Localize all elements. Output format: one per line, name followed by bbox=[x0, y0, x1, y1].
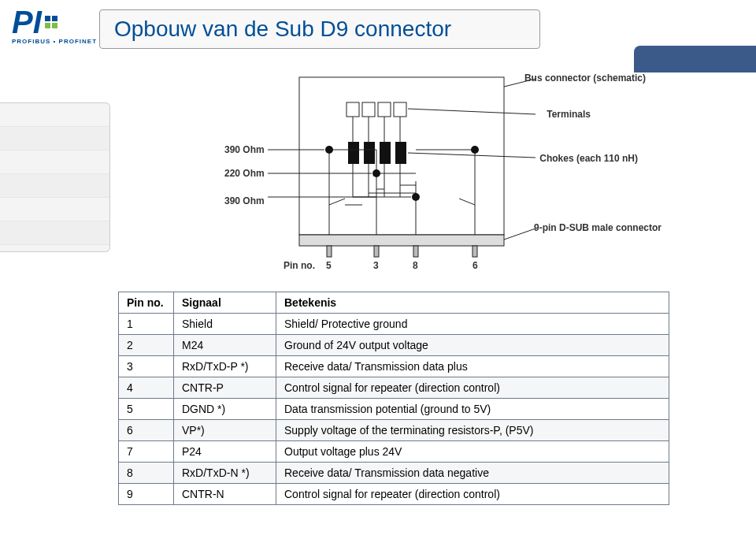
svg-rect-6 bbox=[346, 102, 359, 117]
svg-point-34 bbox=[372, 169, 380, 177]
cell-pin: 1 bbox=[119, 314, 174, 335]
svg-line-37 bbox=[329, 199, 345, 205]
svg-rect-5 bbox=[472, 246, 477, 257]
label-pin3: 3 bbox=[373, 260, 379, 271]
pin-table: Pin no. Signaal Betekenis 1ShieldShield/… bbox=[118, 292, 669, 505]
cell-pin: 7 bbox=[119, 441, 174, 463]
table-header-row: Pin no. Signaal Betekenis bbox=[119, 292, 669, 314]
label-bus-connector: Bus connector (schematic) bbox=[524, 72, 646, 84]
diagram-svg bbox=[236, 71, 646, 276]
cell-pin: 8 bbox=[119, 463, 174, 484]
svg-rect-7 bbox=[362, 102, 375, 117]
cell-signal: CNTR-N bbox=[174, 484, 276, 505]
table-row: 7P24Output voltage plus 24V bbox=[119, 441, 669, 463]
logo-subtext: PROFIBUS • PROFINET bbox=[12, 38, 106, 45]
cell-pin: 9 bbox=[119, 484, 174, 505]
cell-signal: M24 bbox=[174, 335, 276, 356]
cell-signal: P24 bbox=[174, 441, 276, 463]
table-row: 9CNTR-NControl signal for repeater (dire… bbox=[119, 484, 669, 505]
cell-meaning: Data transmission potential (ground to 5… bbox=[276, 399, 669, 420]
cell-pin: 6 bbox=[119, 420, 174, 441]
label-pin5: 5 bbox=[326, 260, 332, 271]
svg-rect-3 bbox=[374, 246, 379, 257]
table-row: 3RxD/TxD-P *)Receive data/ Transmission … bbox=[119, 356, 669, 377]
cell-pin: 4 bbox=[119, 377, 174, 399]
svg-rect-9 bbox=[394, 102, 406, 117]
th-meaning: Betekenis bbox=[276, 292, 669, 314]
cell-meaning: Ground of 24V output voltage bbox=[276, 335, 669, 356]
svg-rect-12 bbox=[380, 142, 391, 164]
svg-line-39 bbox=[459, 199, 475, 205]
left-tab bbox=[0, 102, 110, 252]
logo-letters: PI bbox=[12, 8, 42, 36]
svg-rect-1 bbox=[299, 235, 504, 246]
cell-meaning: Receive data/ Transmission data negative bbox=[276, 463, 669, 484]
cell-signal: VP*) bbox=[174, 420, 276, 441]
accent-block bbox=[634, 46, 756, 72]
svg-rect-8 bbox=[378, 102, 391, 117]
label-390a: 390 Ohm bbox=[224, 144, 265, 155]
cell-meaning: Output voltage plus 24V bbox=[276, 441, 669, 463]
table-row: 2M24Ground of 24V output voltage bbox=[119, 335, 669, 356]
cell-signal: RxD/TxD-P *) bbox=[174, 356, 276, 377]
brand-logo: PI PROFIBUS • PROFINET bbox=[12, 8, 106, 45]
cell-signal: RxD/TxD-N *) bbox=[174, 463, 276, 484]
svg-rect-4 bbox=[413, 246, 418, 257]
cell-meaning: Shield/ Protective ground bbox=[276, 314, 669, 335]
label-220: 220 Ohm bbox=[224, 168, 265, 179]
svg-rect-11 bbox=[364, 142, 375, 164]
svg-line-42 bbox=[408, 153, 536, 158]
cell-meaning: Control signal for repeater (direction c… bbox=[276, 484, 669, 505]
svg-point-33 bbox=[325, 146, 333, 154]
label-390b: 390 Ohm bbox=[224, 195, 265, 206]
label-pin8: 8 bbox=[413, 260, 418, 271]
svg-point-35 bbox=[412, 193, 420, 201]
svg-rect-10 bbox=[348, 142, 359, 164]
svg-line-41 bbox=[408, 109, 536, 114]
svg-rect-13 bbox=[395, 142, 406, 164]
cell-signal: CNTR-P bbox=[174, 377, 276, 399]
label-connector: 9-pin D-SUB male connector bbox=[534, 222, 662, 233]
label-terminals: Terminals bbox=[547, 109, 591, 120]
table-row: 6VP*)Supply voltage of the terminating r… bbox=[119, 420, 669, 441]
cell-pin: 3 bbox=[119, 356, 174, 377]
label-chokes: Chokes (each 110 nH) bbox=[539, 153, 638, 164]
cell-signal: DGND *) bbox=[174, 399, 276, 420]
cell-pin: 2 bbox=[119, 335, 174, 356]
page-title: Opbouw van de Sub D9 connector bbox=[114, 17, 451, 42]
title-bar: Opbouw van de Sub D9 connector bbox=[99, 9, 540, 49]
logo-squares-icon bbox=[45, 16, 57, 28]
cell-pin: 5 bbox=[119, 399, 174, 420]
svg-rect-2 bbox=[327, 246, 332, 257]
table-row: 5DGND *)Data transmission potential (gro… bbox=[119, 399, 669, 420]
label-pin6: 6 bbox=[472, 260, 478, 271]
table-row: 1ShieldShield/ Protective ground bbox=[119, 314, 669, 335]
cell-meaning: Receive data/ Transmission data plus bbox=[276, 356, 669, 377]
svg-point-36 bbox=[471, 146, 479, 154]
svg-line-43 bbox=[504, 229, 536, 240]
table-row: 8RxD/TxD-N *)Receive data/ Transmission … bbox=[119, 463, 669, 484]
cell-meaning: Supply voltage of the terminating resist… bbox=[276, 420, 669, 441]
th-pin: Pin no. bbox=[119, 292, 174, 314]
cell-signal: Shield bbox=[174, 314, 276, 335]
label-pinno: Pin no. bbox=[284, 260, 315, 271]
circuit-diagram: Bus connector (schematic) Terminals Chok… bbox=[236, 71, 646, 276]
table-row: 4CNTR-PControl signal for repeater (dire… bbox=[119, 377, 669, 399]
cell-meaning: Control signal for repeater (direction c… bbox=[276, 377, 669, 399]
th-signal: Signaal bbox=[174, 292, 276, 314]
